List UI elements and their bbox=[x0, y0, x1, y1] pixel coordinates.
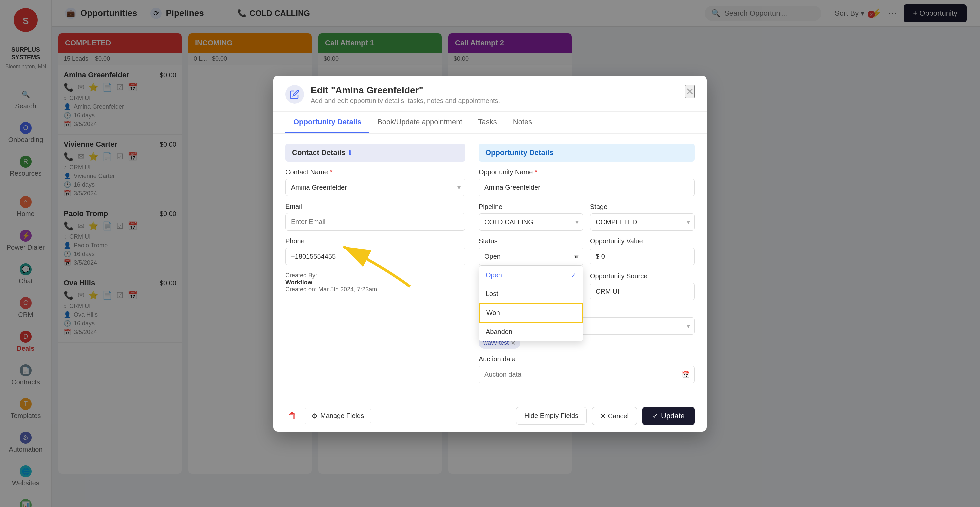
opportunity-details-header: Opportunity Details bbox=[479, 144, 695, 162]
modal-footer: 🗑 ⚙ Manage Fields Hide Empty Fields ✕ Ca… bbox=[273, 400, 707, 432]
pipeline-select[interactable]: COLD CALLING bbox=[479, 213, 583, 230]
opportunity-source-input[interactable] bbox=[590, 283, 695, 300]
tab-book-appointment[interactable]: Book/Update appointment bbox=[369, 112, 470, 134]
pipeline-stage-row: Pipeline COLD CALLING Stage bbox=[479, 203, 695, 237]
cancel-icon: ✕ bbox=[600, 412, 606, 420]
status-option-lost[interactable]: Lost bbox=[479, 284, 583, 303]
stage-select[interactable]: COMPLETED bbox=[590, 213, 695, 230]
contact-name-select[interactable]: Amina Greenfelder bbox=[285, 179, 465, 196]
modal-title-block: Edit "Amina Greenfelder" Add and edit op… bbox=[311, 85, 500, 105]
modal-overlay: Edit "Amina Greenfelder" Add and edit op… bbox=[0, 0, 980, 507]
status-group: Status Open ▾ Open ✓ bbox=[479, 237, 583, 265]
tab-tasks[interactable]: Tasks bbox=[470, 112, 505, 134]
opportunity-details-section: Opportunity Details Opportunity Name * P… bbox=[479, 144, 695, 390]
calendar-icon-auction: 📅 bbox=[682, 370, 690, 378]
update-button[interactable]: ✓ Update bbox=[642, 407, 695, 425]
hide-empty-fields-button[interactable]: Hide Empty Fields bbox=[516, 407, 587, 425]
contact-name-label: Contact Name * bbox=[285, 168, 465, 176]
modal-edit-icon bbox=[285, 85, 304, 104]
status-dropdown: Open ✓ Lost Won Abandon bbox=[479, 265, 583, 341]
opportunity-value-input[interactable] bbox=[590, 248, 695, 265]
pipeline-group: Pipeline COLD CALLING bbox=[479, 203, 583, 230]
opportunity-source-group: Opportunity Source bbox=[590, 272, 695, 300]
edit-opportunity-modal: Edit "Amina Greenfelder" Add and edit op… bbox=[273, 76, 707, 432]
contact-details-section: Contact Details ℹ Contact Name * Amina G… bbox=[285, 144, 465, 390]
email-label: Email bbox=[285, 203, 465, 210]
manage-fields-button[interactable]: ⚙ Manage Fields bbox=[305, 408, 371, 424]
stage-group: Stage COMPLETED bbox=[590, 203, 695, 230]
chevron-down-icon: ▾ bbox=[574, 253, 578, 261]
phone-input[interactable] bbox=[285, 248, 465, 265]
status-select-wrapper: Open ▾ Open ✓ Lost bbox=[479, 248, 583, 265]
status-option-abandon[interactable]: Abandon bbox=[479, 323, 583, 341]
contact-info-icon: ℹ bbox=[348, 149, 351, 156]
modal-header: Edit "Amina Greenfelder" Add and edit op… bbox=[273, 76, 707, 112]
contact-details-header: Contact Details ℹ bbox=[285, 144, 465, 162]
status-select[interactable]: Open ▾ bbox=[479, 248, 583, 265]
opportunity-name-label: Opportunity Name * bbox=[479, 168, 695, 176]
phone-label: Phone bbox=[285, 237, 465, 245]
contact-name-group: Contact Name * Amina Greenfelder bbox=[285, 168, 465, 196]
email-group: Email bbox=[285, 203, 465, 230]
check-icon: ✓ bbox=[571, 271, 576, 279]
tab-notes[interactable]: Notes bbox=[505, 112, 540, 134]
status-value-row: Status Open ▾ Open ✓ bbox=[479, 237, 695, 272]
created-info: Created By: Workflow Created on: Mar 5th… bbox=[285, 272, 465, 293]
modal-body: Contact Details ℹ Contact Name * Amina G… bbox=[273, 134, 707, 400]
auction-data-label: Auction data bbox=[479, 355, 695, 363]
opportunity-name-group: Opportunity Name * bbox=[479, 168, 695, 196]
opportunity-value-label: Opportunity Value bbox=[590, 237, 695, 245]
status-label: Status bbox=[479, 237, 583, 245]
opportunity-source-label: Opportunity Source bbox=[590, 272, 695, 280]
modal-close-button[interactable]: ✕ bbox=[685, 85, 695, 98]
contact-name-select-wrapper: Amina Greenfelder bbox=[285, 179, 465, 196]
delete-button[interactable]: 🗑 bbox=[285, 408, 299, 424]
auction-data-group: Auction data 📅 bbox=[479, 355, 695, 383]
opportunity-name-input[interactable] bbox=[479, 179, 695, 196]
check-update-icon: ✓ bbox=[652, 412, 658, 420]
pipeline-label: Pipeline bbox=[479, 203, 583, 211]
manage-icon: ⚙ bbox=[312, 412, 318, 420]
cancel-button[interactable]: ✕ Cancel bbox=[592, 407, 637, 425]
phone-group: Phone bbox=[285, 237, 465, 265]
tab-opportunity-details[interactable]: Opportunity Details bbox=[285, 112, 369, 134]
opportunity-value-group: Opportunity Value bbox=[590, 237, 695, 265]
status-option-open[interactable]: Open ✓ bbox=[479, 266, 583, 284]
stage-label: Stage bbox=[590, 203, 695, 211]
stage-select-wrapper: COMPLETED bbox=[590, 213, 695, 230]
pipeline-select-wrapper: COLD CALLING bbox=[479, 213, 583, 230]
email-input[interactable] bbox=[285, 213, 465, 230]
modal-tabs: Opportunity Details Book/Update appointm… bbox=[273, 112, 707, 134]
auction-data-input[interactable] bbox=[479, 366, 695, 383]
status-option-won[interactable]: Won bbox=[479, 303, 583, 323]
auction-input-wrapper: 📅 bbox=[479, 366, 695, 383]
